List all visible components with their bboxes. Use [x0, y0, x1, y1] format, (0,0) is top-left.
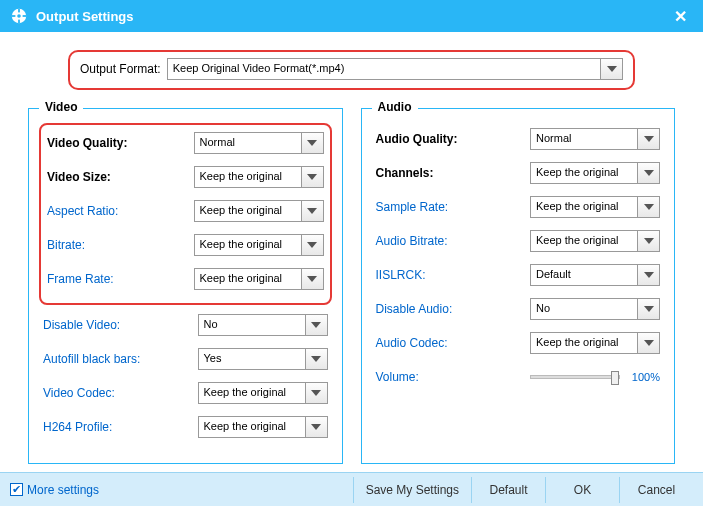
slider-thumb[interactable] — [611, 371, 619, 385]
svg-point-1 — [17, 14, 21, 18]
video-quality-label: Video Quality: — [47, 136, 194, 150]
audio-bitrate-label: Audio Bitrate: — [376, 234, 531, 248]
audio-legend: Audio — [372, 100, 418, 114]
close-button[interactable]: ✕ — [668, 7, 693, 26]
chevron-down-icon[interactable] — [302, 234, 324, 256]
chevron-down-icon[interactable] — [306, 416, 328, 438]
chevron-down-icon[interactable] — [638, 298, 660, 320]
disable-video-label: Disable Video: — [43, 318, 198, 332]
more-settings-label: More settings — [27, 483, 99, 497]
save-settings-button[interactable]: Save My Settings — [353, 477, 471, 503]
video-size-select[interactable]: Keep the original — [194, 166, 324, 188]
output-format-row: Output Format: Keep Original Video Forma… — [68, 50, 635, 90]
h264-profile-select[interactable]: Keep the original — [198, 416, 328, 438]
chevron-down-icon[interactable] — [306, 382, 328, 404]
chevron-down-icon[interactable] — [302, 166, 324, 188]
video-legend: Video — [39, 100, 83, 114]
volume-value: 100% — [626, 371, 660, 383]
cancel-button[interactable]: Cancel — [619, 477, 693, 503]
aspect-ratio-label: Aspect Ratio: — [47, 204, 194, 218]
h264-profile-label: H264 Profile: — [43, 420, 198, 434]
disable-audio-label: Disable Audio: — [376, 302, 531, 316]
output-format-value: Keep Original Video Format(*.mp4) — [167, 58, 601, 80]
video-codec-select[interactable]: Keep the original — [198, 382, 328, 404]
app-icon — [10, 7, 28, 25]
chevron-down-icon[interactable] — [601, 58, 623, 80]
audio-quality-select[interactable]: Normal — [530, 128, 660, 150]
more-settings-toggle[interactable]: ✔ More settings — [10, 483, 99, 497]
svg-rect-5 — [23, 15, 27, 17]
video-quality-select[interactable]: Normal — [194, 132, 324, 154]
chevron-down-icon[interactable] — [638, 264, 660, 286]
audio-codec-select[interactable]: Keep the original — [530, 332, 660, 354]
volume-label: Volume: — [376, 370, 531, 384]
video-panel: Video Video Quality: Normal Video Size: … — [28, 108, 343, 464]
audio-codec-label: Audio Codec: — [376, 336, 531, 350]
chevron-down-icon[interactable] — [638, 128, 660, 150]
audio-bitrate-select[interactable]: Keep the original — [530, 230, 660, 252]
audio-quality-label: Audio Quality: — [376, 132, 531, 146]
output-format-select[interactable]: Keep Original Video Format(*.mp4) — [167, 58, 623, 80]
chevron-down-icon[interactable] — [638, 332, 660, 354]
chevron-down-icon[interactable] — [302, 268, 324, 290]
video-size-label: Video Size: — [47, 170, 194, 184]
video-bitrate-label: Bitrate: — [47, 238, 194, 252]
video-bitrate-select[interactable]: Keep the original — [194, 234, 324, 256]
chevron-down-icon[interactable] — [638, 196, 660, 218]
disable-audio-select[interactable]: No — [530, 298, 660, 320]
aspect-ratio-select[interactable]: Keep the original — [194, 200, 324, 222]
checkbox-icon[interactable]: ✔ — [10, 483, 23, 496]
chevron-down-icon[interactable] — [306, 314, 328, 336]
iislrck-label: IISLRCK: — [376, 268, 531, 282]
frame-rate-label: Frame Rate: — [47, 272, 194, 286]
chevron-down-icon[interactable] — [638, 162, 660, 184]
iislrck-select[interactable]: Default — [530, 264, 660, 286]
channels-select[interactable]: Keep the original — [530, 162, 660, 184]
chevron-down-icon[interactable] — [306, 348, 328, 370]
video-highlight: Video Quality: Normal Video Size: Keep t… — [39, 123, 332, 305]
video-codec-label: Video Codec: — [43, 386, 198, 400]
ok-button[interactable]: OK — [545, 477, 619, 503]
titlebar: Output Settings ✕ — [0, 0, 703, 32]
svg-rect-4 — [12, 15, 16, 17]
audio-panel: Audio Audio Quality: Normal Channels: Ke… — [361, 108, 676, 464]
volume-slider[interactable] — [530, 375, 620, 379]
window-title: Output Settings — [36, 9, 134, 24]
chevron-down-icon[interactable] — [302, 132, 324, 154]
default-button[interactable]: Default — [471, 477, 545, 503]
autofill-select[interactable]: Yes — [198, 348, 328, 370]
output-format-label: Output Format: — [80, 62, 161, 76]
svg-rect-2 — [18, 9, 20, 13]
frame-rate-select[interactable]: Keep the original — [194, 268, 324, 290]
footer: ✔ More settings Save My Settings Default… — [0, 472, 703, 506]
sample-rate-label: Sample Rate: — [376, 200, 531, 214]
disable-video-select[interactable]: No — [198, 314, 328, 336]
chevron-down-icon[interactable] — [302, 200, 324, 222]
channels-label: Channels: — [376, 166, 531, 180]
svg-rect-3 — [18, 20, 20, 24]
sample-rate-select[interactable]: Keep the original — [530, 196, 660, 218]
autofill-label: Autofill black bars: — [43, 352, 198, 366]
chevron-down-icon[interactable] — [638, 230, 660, 252]
